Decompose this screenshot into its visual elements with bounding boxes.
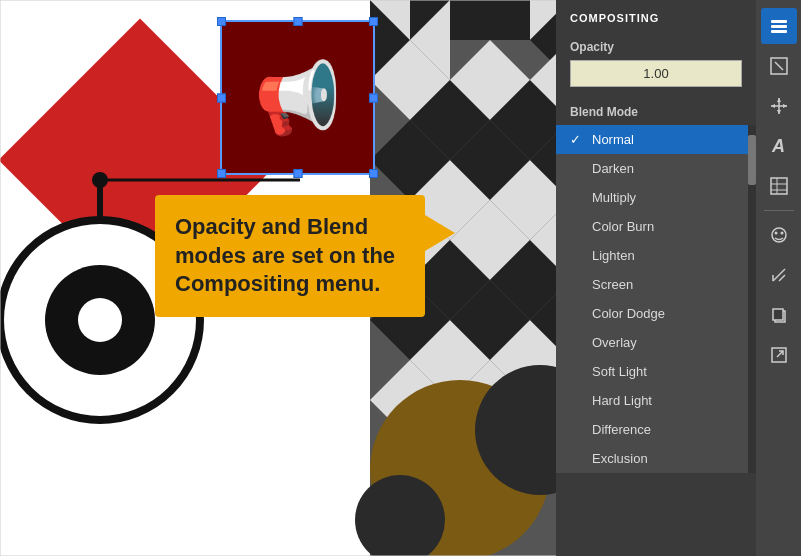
svg-rect-81: [771, 30, 787, 33]
callout-text: Opacity and Blend modes are set on the C…: [175, 214, 395, 296]
svg-point-95: [774, 232, 777, 235]
opacity-label: Opacity: [570, 40, 742, 54]
svg-rect-101: [773, 309, 783, 320]
svg-line-97: [773, 269, 785, 281]
blend-label-difference: Difference: [592, 422, 651, 437]
svg-point-96: [780, 232, 783, 235]
resize-handle-tl[interactable]: [217, 17, 226, 26]
scrollbar-thumb[interactable]: [748, 135, 756, 185]
compositing-panel: COMPOSITING Opacity Blend Mode ✓ Normal …: [556, 0, 756, 556]
resize-handle-mr[interactable]: [369, 93, 378, 102]
blend-label-screen: Screen: [592, 277, 633, 292]
resize-handle-bc[interactable]: [293, 169, 302, 178]
blend-label-color-dodge: Color Dodge: [592, 306, 665, 321]
blend-label-hard-light: Hard Light: [592, 393, 652, 408]
mask-icon: [769, 225, 789, 245]
blend-label-exclusion: Exclusion: [592, 451, 648, 466]
svg-marker-87: [777, 110, 781, 114]
resize-icon: [769, 56, 789, 76]
megaphone-icon: 📢: [254, 57, 341, 139]
svg-rect-90: [771, 178, 787, 194]
move-icon: [769, 96, 789, 116]
blend-item-color-dodge[interactable]: Color Dodge: [556, 299, 756, 328]
callout-tooltip: Opacity and Blend modes are set on the C…: [155, 195, 425, 317]
panel-title: COMPOSITING: [556, 0, 756, 32]
svg-marker-14: [450, 0, 490, 40]
copy-icon: [769, 305, 789, 325]
blend-label-lighten: Lighten: [592, 248, 635, 263]
blend-item-exclusion[interactable]: Exclusion: [556, 444, 756, 473]
svg-marker-86: [777, 98, 781, 102]
svg-point-76: [515, 275, 545, 305]
blend-label-darken: Darken: [592, 161, 634, 176]
resize-handle-tr[interactable]: [369, 17, 378, 26]
blend-item-lighten[interactable]: Lighten: [556, 241, 756, 270]
resize-handle-bl[interactable]: [217, 169, 226, 178]
svg-point-4: [78, 298, 122, 342]
opacity-section: Opacity: [556, 32, 756, 95]
svg-marker-88: [771, 104, 775, 108]
blend-mode-dropdown: ✓ Normal Darken Multiply Color Burn Ligh…: [556, 125, 756, 473]
blend-item-difference[interactable]: Difference: [556, 415, 756, 444]
blend-label-soft-light: Soft Light: [592, 364, 647, 379]
pen-icon: [769, 265, 789, 285]
export-button[interactable]: [761, 337, 797, 373]
blend-item-hard-light[interactable]: Hard Light: [556, 386, 756, 415]
right-toolbar: A: [756, 0, 801, 556]
check-icon: ✓: [570, 132, 584, 147]
svg-line-99: [779, 275, 785, 281]
layers-icon: [769, 16, 789, 36]
blend-label-color-burn: Color Burn: [592, 219, 654, 234]
blend-item-color-burn[interactable]: Color Burn: [556, 212, 756, 241]
blend-label-normal: Normal: [592, 132, 634, 147]
dropdown-scrollbar[interactable]: [748, 125, 756, 473]
blend-item-darken[interactable]: Darken: [556, 154, 756, 183]
blend-item-screen[interactable]: Screen: [556, 270, 756, 299]
blend-item-soft-light[interactable]: Soft Light: [556, 357, 756, 386]
svg-marker-89: [783, 104, 787, 108]
layers-button[interactable]: [761, 8, 797, 44]
selected-object[interactable]: 📢: [220, 20, 375, 175]
export-icon: [769, 345, 789, 365]
svg-rect-80: [771, 25, 787, 28]
resize-handle-tc[interactable]: [293, 17, 302, 26]
opacity-input[interactable]: [570, 60, 742, 87]
pen-button[interactable]: [761, 257, 797, 293]
blend-item-overlay[interactable]: Overlay: [556, 328, 756, 357]
mask-button[interactable]: [761, 217, 797, 253]
toolbar-divider-1: [764, 210, 794, 211]
svg-line-103: [777, 351, 783, 357]
svg-point-7: [92, 172, 108, 188]
blend-item-multiply[interactable]: Multiply: [556, 183, 756, 212]
blend-mode-label: Blend Mode: [556, 95, 756, 125]
resize-handle-br[interactable]: [369, 169, 378, 178]
blend-label-multiply: Multiply: [592, 190, 636, 205]
svg-line-83: [775, 62, 783, 70]
table-button[interactable]: [761, 168, 797, 204]
table-icon: [769, 176, 789, 196]
blend-item-normal[interactable]: ✓ Normal: [556, 125, 756, 154]
svg-marker-16: [490, 0, 530, 40]
move-button[interactable]: [761, 88, 797, 124]
blend-label-overlay: Overlay: [592, 335, 637, 350]
copy-button[interactable]: [761, 297, 797, 333]
resize-handle-ml[interactable]: [217, 93, 226, 102]
text-button[interactable]: A: [761, 128, 797, 164]
svg-rect-79: [771, 20, 787, 23]
resize-button[interactable]: [761, 48, 797, 84]
